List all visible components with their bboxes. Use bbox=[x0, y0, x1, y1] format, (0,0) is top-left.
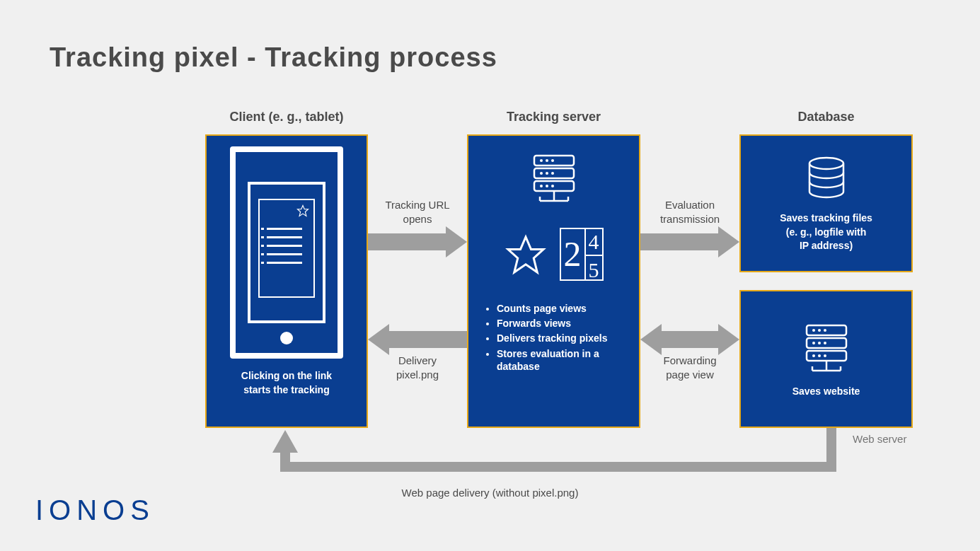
arrow-forwarding bbox=[640, 324, 739, 355]
arrow-label-evaluation: Evaluationtransmission bbox=[640, 198, 739, 226]
svg-marker-38 bbox=[368, 324, 389, 355]
svg-marker-43 bbox=[640, 324, 662, 355]
arrow-label-delivery: Deliverypixel.png bbox=[368, 354, 467, 381]
brand-logo: IONOS bbox=[35, 494, 155, 526]
svg-rect-41 bbox=[662, 331, 718, 348]
svg-rect-37 bbox=[389, 331, 467, 348]
arrow-evaluation bbox=[640, 226, 739, 257]
svg-marker-40 bbox=[718, 226, 739, 257]
arrow-tracking-url bbox=[368, 226, 467, 257]
arrow-web-page-delivery bbox=[272, 428, 831, 467]
svg-marker-44 bbox=[272, 430, 298, 453]
svg-rect-39 bbox=[640, 233, 718, 250]
arrows-layer bbox=[0, 0, 980, 551]
svg-marker-42 bbox=[718, 324, 739, 355]
svg-marker-36 bbox=[446, 226, 467, 257]
arrow-label-tracking-url: Tracking URLopens bbox=[368, 198, 467, 226]
svg-rect-35 bbox=[368, 233, 446, 250]
arrow-delivery-pixel bbox=[368, 324, 467, 355]
arrow-label-forwarding: Forwardingpage view bbox=[640, 354, 739, 381]
